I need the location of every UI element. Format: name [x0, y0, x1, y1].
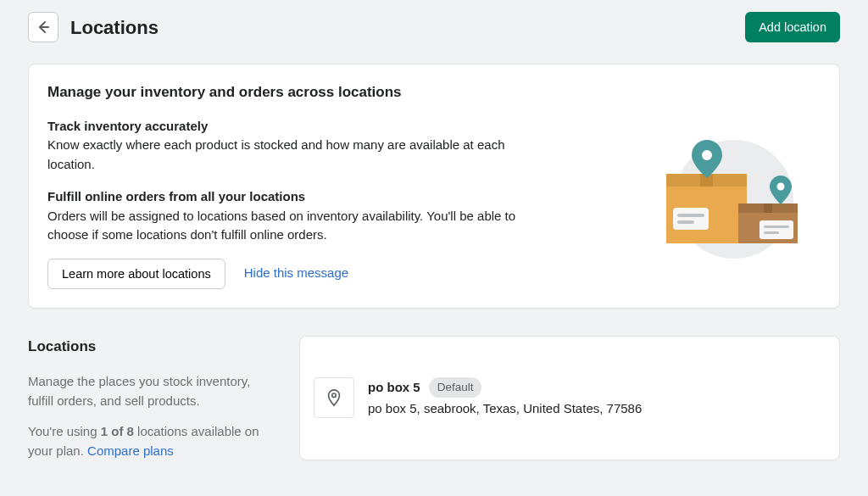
locations-sidebar-desc: Manage the places you stock inventory, f…: [28, 372, 274, 410]
location-pin-icon: [314, 377, 354, 418]
svg-rect-11: [764, 226, 789, 228]
locations-sidebar-title: Locations: [28, 336, 274, 358]
svg-rect-6: [677, 220, 694, 224]
location-row[interactable]: po box 5 Default po box 5, seabrook, Tex…: [299, 336, 840, 461]
svg-rect-10: [760, 220, 793, 239]
track-inventory-body: Know exactly where each product is stock…: [47, 136, 535, 174]
svg-rect-4: [673, 208, 709, 230]
arrow-left-icon: [35, 19, 52, 36]
locations-illustration: [638, 81, 821, 289]
add-location-button[interactable]: Add location: [745, 12, 840, 42]
svg-point-13: [702, 150, 712, 160]
default-badge: Default: [429, 377, 482, 398]
fulfill-orders-heading: Fulfill online orders from all your loca…: [47, 187, 587, 207]
svg-rect-9: [764, 203, 772, 213]
usage-prefix: You're using: [28, 424, 101, 438]
learn-more-button[interactable]: Learn more about locations: [47, 259, 225, 289]
info-card-title: Manage your inventory and orders across …: [47, 81, 587, 103]
location-address: po box 5, seabrook, Texas, United States…: [368, 399, 826, 419]
hide-message-link[interactable]: Hide this message: [244, 264, 348, 283]
track-inventory-heading: Track inventory accurately: [47, 117, 587, 137]
svg-rect-12: [764, 231, 779, 234]
back-button[interactable]: [28, 12, 58, 42]
page-title: Locations: [70, 14, 159, 42]
svg-point-14: [776, 183, 784, 191]
location-name: po box 5: [368, 378, 420, 398]
svg-point-15: [332, 393, 337, 398]
locations-usage-text: You're using 1 of 8 locations available …: [28, 422, 274, 460]
svg-rect-5: [677, 214, 704, 217]
usage-count: 1 of 8: [101, 424, 134, 438]
info-card: Manage your inventory and orders across …: [28, 64, 840, 309]
fulfill-orders-body: Orders will be assigned to locations bas…: [47, 207, 535, 245]
compare-plans-link[interactable]: Compare plans: [87, 443, 174, 458]
